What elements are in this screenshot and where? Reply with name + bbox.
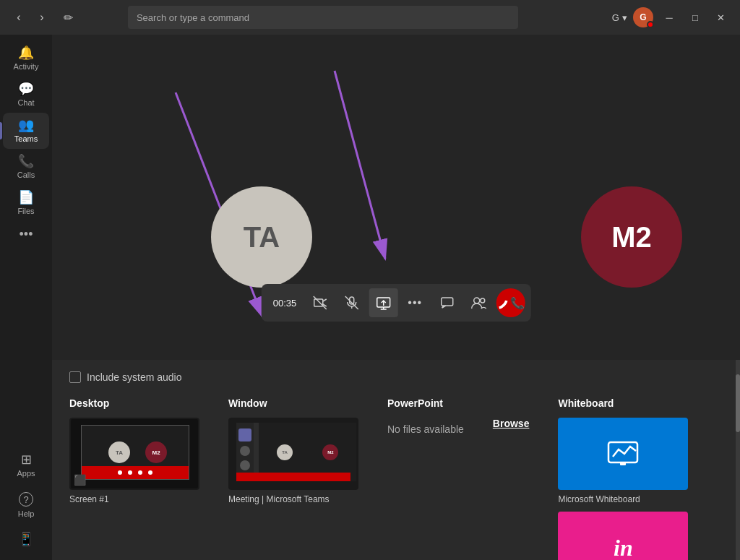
calls-icon: 📞 [18, 155, 34, 168]
participants-icon [470, 296, 486, 310]
window-preview: TA M2 [230, 419, 357, 488]
screen-icon: ⬛ [74, 474, 86, 486]
scrollbar[interactable] [736, 360, 740, 560]
window-label: Meeting | Microsoft Teams [228, 494, 358, 504]
chat-icon: 💬 [18, 82, 34, 95]
search-placeholder: Search or type a command [137, 12, 249, 23]
sidebar-label-files: Files [17, 207, 34, 215]
invision-thumbnail[interactable]: in [558, 512, 688, 560]
window-title: Window [228, 397, 358, 409]
more-options-button[interactable]: ••• [400, 288, 429, 317]
svg-rect-13 [441, 298, 452, 306]
svg-rect-2 [314, 299, 322, 306]
chevron-down-icon: ▾ [622, 12, 627, 23]
mute-icon [344, 296, 358, 310]
sidebar-item-apps[interactable]: ⊞ Apps [3, 447, 49, 483]
sidebar-label-activity: Activity [14, 62, 39, 71]
thumb-toolbar [82, 466, 189, 479]
maximize-button[interactable]: □ [685, 7, 705, 27]
participant-m2-initials: M2 [611, 221, 652, 254]
mute-button[interactable] [337, 288, 366, 317]
no-files-label: No files available [387, 423, 464, 435]
title-bar-right: G ▾ G ─ □ ✕ [612, 7, 731, 27]
help-icon: ? [19, 492, 33, 507]
participant-ta-initials: TA [244, 221, 280, 254]
whiteboard-thumbnail[interactable] [558, 418, 688, 490]
share-panel: Include system audio Desktop TA M2 [52, 360, 740, 560]
powerpoint-title: PowerPoint [387, 397, 464, 409]
desktop-thumbnail[interactable]: TA M2 ⬛ [69, 418, 199, 490]
invision-icon: in [614, 535, 633, 561]
more-icon: ••• [20, 227, 33, 242]
files-icon: 📄 [18, 191, 34, 204]
sidebar-label-chat: Chat [17, 98, 34, 107]
desktop-title: Desktop [69, 397, 199, 409]
main-layout: 🔔 Activity 💬 Chat 👥 Teams 📞 Calls 📄 File… [0, 35, 740, 560]
scrollbar-thumb[interactable] [736, 374, 740, 432]
share-category-powerpoint: PowerPoint No files available [387, 397, 464, 560]
chat-button[interactable] [432, 288, 461, 317]
include-audio-label: Include system audio [87, 371, 182, 383]
include-audio-row: Include system audio [69, 371, 723, 383]
whiteboard-icon [607, 439, 639, 468]
browse-button[interactable]: Browse [493, 418, 530, 429]
end-call-icon [496, 296, 510, 310]
chat-bubble-icon [439, 296, 454, 310]
sidebar-item-more[interactable]: ••• [3, 221, 49, 248]
sidebar-item-activity[interactable]: 🔔 Activity [3, 40, 49, 77]
share-category-window: Window [228, 397, 358, 560]
sidebar-item-calls[interactable]: 📞 Calls [3, 149, 49, 185]
svg-rect-17 [620, 462, 626, 465]
minimize-button[interactable]: ─ [659, 7, 679, 27]
sidebar-label-apps: Apps [17, 469, 35, 478]
participant-ta: TA [211, 186, 312, 288]
share-category-whiteboard: Whiteboard Microsoft Whiteboard in [558, 397, 688, 560]
window-thumbnail[interactable]: TA M2 [228, 418, 358, 490]
more-dots-icon: ••• [408, 296, 422, 309]
sidebar: 🔔 Activity 💬 Chat 👥 Teams 📞 Calls 📄 File… [0, 35, 52, 560]
share-categories: Desktop TA M2 [69, 397, 723, 560]
avatar[interactable]: G [633, 7, 653, 27]
whiteboard-label: Microsoft Whiteboard [558, 494, 688, 504]
activity-icon: 🔔 [18, 46, 34, 59]
user-initial: G [612, 12, 619, 23]
sidebar-label-teams: Teams [14, 134, 38, 143]
close-button[interactable]: ✕ [711, 7, 731, 27]
user-badge[interactable]: G ▾ [612, 12, 627, 23]
video-off-icon [312, 296, 327, 310]
video-toggle-button[interactable] [305, 288, 334, 317]
back-button[interactable]: ‹ [9, 7, 29, 27]
video-area: TA M2 00:35 [52, 35, 740, 360]
thumb-ta: TA [108, 441, 130, 463]
sidebar-item-files[interactable]: 📄 Files [3, 185, 49, 221]
title-bar: ‹ › ✏ Search or type a command G ▾ G ─ □… [0, 0, 740, 35]
share-screen-button[interactable] [369, 288, 397, 317]
svg-point-14 [473, 298, 479, 303]
whiteboard-title: Whiteboard [558, 397, 688, 409]
forward-button[interactable]: › [32, 7, 52, 27]
sidebar-item-teams[interactable]: 👥 Teams [3, 113, 49, 149]
sidebar-item-help[interactable]: ? Help [3, 486, 49, 524]
desktop-label: Screen #1 [69, 494, 199, 504]
share-category-browse: Browse [493, 418, 530, 560]
teams-icon: 👥 [18, 119, 34, 132]
share-screen-icon [376, 296, 390, 310]
svg-line-5 [313, 296, 326, 309]
apps-icon: ⊞ [21, 453, 32, 466]
participants-button[interactable] [464, 288, 493, 317]
nav-buttons: ‹ › [9, 7, 52, 27]
thumb-m2: M2 [145, 441, 167, 463]
status-dot [647, 21, 654, 28]
desktop-preview: TA M2 ⬛ [71, 419, 198, 488]
sidebar-bottom: ⊞ Apps ? Help 📱 [3, 447, 49, 560]
end-call-button[interactable]: 📞 [496, 288, 525, 317]
sidebar-label-help: Help [18, 509, 35, 518]
call-timer: 00:35 [267, 298, 303, 309]
sidebar-label-calls: Calls [17, 171, 35, 179]
share-category-desktop: Desktop TA M2 [69, 397, 199, 560]
include-audio-checkbox[interactable] [69, 371, 81, 383]
search-bar[interactable]: Search or type a command [128, 6, 518, 29]
sidebar-item-chat[interactable]: 💬 Chat [3, 77, 49, 113]
sidebar-item-device[interactable]: 📱 [3, 527, 49, 551]
compose-button[interactable]: ✏ [58, 7, 78, 27]
